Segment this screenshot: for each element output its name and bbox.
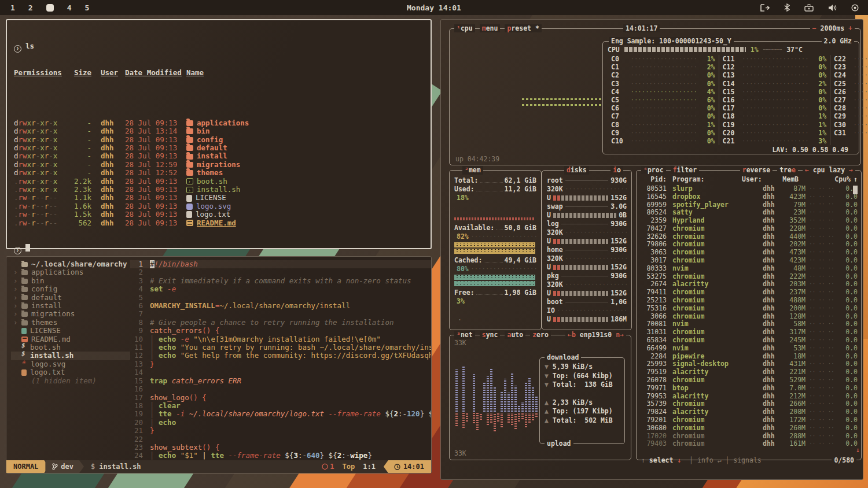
process-row[interactable]: 31031 chromium dhh 317M ·· ·· ·· 0.0 <box>640 328 858 336</box>
process-row[interactable]: 70081 nvim dhh 58M ·· ·· ·· 0.0 <box>640 320 858 328</box>
process-list[interactable]: 80531 slurp dhh 87M ·· ·· ·· 0.0 16545 d… <box>640 184 858 449</box>
tree-item[interactable]: (1 hidden item) <box>11 377 130 385</box>
process-row[interactable]: 17020 chromium dhh 288M ·· ·· ·· 0.0 <box>640 432 858 440</box>
process-row[interactable]: 79806 chromium dhh 202M ·· ·· ·· 0.0 <box>640 241 858 249</box>
tree-button[interactable]: tree <box>777 166 798 174</box>
file-tree: ~/.local/share/omarchy › applications › … <box>6 257 130 460</box>
scroll-down-icon[interactable]: ↓ <box>856 446 860 454</box>
tree-item[interactable]: › migrations <box>11 310 130 318</box>
process-row[interactable]: 79201 chromium dhh 172M ·· ·· ·· 0.0 <box>640 416 858 424</box>
core-row: C18··················1% <box>723 112 827 120</box>
line-number: 15 <box>130 377 150 385</box>
process-row[interactable]: 80524 satty dhh 23M ·· ·· ·· 0.0 <box>640 208 858 216</box>
terminal-window-ls[interactable]: ❯ls Permissions Size User Date Modified … <box>6 19 432 249</box>
process-row[interactable]: 80333 nvim dhh 48M ·· ·· ·· 0.0 <box>640 264 858 272</box>
statusline: NORMAL dev $ install.sh 1 Top 1:1 14:01 <box>6 460 431 473</box>
tab-net[interactable]: ³net <box>454 331 475 339</box>
tab-cpu[interactable]: ¹cpu <box>454 24 475 32</box>
process-row[interactable]: 65834 chromium dhh 245M ·· ·· ·· 0.0 <box>640 336 858 344</box>
chevron-right-icon <box>13 360 18 368</box>
neovim-window[interactable]: ~/.local/share/omarchy › applications › … <box>6 256 432 474</box>
process-row[interactable]: 70427 chromium dhh 228M ·· ·· ·· 0.0 <box>640 224 858 232</box>
tree-item[interactable]: boot.sh <box>11 343 130 352</box>
tree-item[interactable]: › install <box>11 302 130 310</box>
tree-item[interactable]: › applications <box>11 268 130 276</box>
code-line: 3 # Exit immediately if a command exits … <box>130 277 431 285</box>
process-row[interactable]: 2359 Hyprland dhh 352M ·· ·· ·· 0.0 <box>640 216 858 224</box>
preset-button[interactable]: preset * <box>505 24 541 32</box>
process-row[interactable]: 75316 chromium dhh 200M ·· ·· ·· 0.0 <box>640 304 858 312</box>
process-row[interactable]: 79953 alacritty dhh 212M ·· ·· ·· 0.0 <box>640 392 858 400</box>
process-row[interactable]: 79411 chromium dhh 237M ·· ·· ·· 0.0 <box>640 288 858 296</box>
process-row[interactable]: 16545 dropbox dhh 423M ·· ·· ·· 0.0 <box>640 193 858 201</box>
process-row[interactable]: 53275 chromium dhh 222M ·· ·· ·· 0.0 <box>640 272 858 280</box>
prompt-line-empty[interactable]: ❯ <box>14 244 424 254</box>
io-button[interactable]: io <box>610 166 623 175</box>
process-row[interactable]: 35739 chromium dhh 266M ·· ·· ·· 0.0 <box>640 400 858 408</box>
line-number: 5 <box>130 294 150 302</box>
tree-item[interactable]: › default <box>11 294 130 302</box>
btop-window[interactable]: ¹cpu menu preset * 14:01:17 − 2000ms + E… <box>440 19 863 480</box>
process-row[interactable]: 79403 chromium dhh 161M ·· ·· ·· 0.0 <box>640 440 858 448</box>
process-row[interactable]: 66499 nvim dhh 53M ·· ·· ·· 0.0 <box>640 344 858 352</box>
zero-button[interactable]: zero <box>530 331 551 339</box>
reverse-button[interactable]: reverse <box>740 166 773 174</box>
sync-button[interactable]: sync <box>480 331 501 339</box>
tree-item[interactable]: LICENSE <box>11 327 130 335</box>
tree-item[interactable]: › config <box>11 285 130 293</box>
process-row[interactable]: 3017 chromium dhh 423M ·· ·· ·· 0.0 <box>640 256 858 264</box>
sort-column-selector[interactable]: ← cpu lazy → <box>803 166 855 174</box>
process-row[interactable]: 3066 chromium dhh 128M ·· ·· ·· 0.0 <box>640 312 858 320</box>
cpu-total-pct: 1% <box>751 46 759 54</box>
cpu-panel: ¹cpu menu preset * 14:01:17 − 2000ms + E… <box>449 28 861 165</box>
clock-icon <box>394 464 400 470</box>
process-row[interactable]: 80531 slurp dhh 87M ·· ·· ·· 0.0 <box>640 184 858 193</box>
process-row[interactable]: 30680 chromium dhh 260M ·· ·· ·· 0.0 <box>640 424 858 432</box>
tree-item[interactable]: logo.svg <box>11 360 130 368</box>
interface-switcher[interactable]: ←b enp191s0 n→ <box>565 331 626 339</box>
core-row: C11··················0% <box>723 55 827 63</box>
line-number: 23 <box>130 443 150 452</box>
process-scrollbar[interactable] <box>853 186 858 194</box>
ls-file-row: .rwxr-xr-x 2.2k dhh 28 Jul 09:13 boot.sh <box>14 178 424 186</box>
line-number: 1 <box>130 260 150 268</box>
process-row[interactable]: 32626 chromium dhh 440M ·· ·· ·· 0.0 <box>640 232 858 241</box>
chevron-right-icon <box>13 327 18 335</box>
process-row[interactable]: 26078 chromium dhh 529M ·· ·· ·· 0.0 <box>640 376 858 384</box>
tree-item[interactable]: logo.txt <box>11 368 130 376</box>
tab-disks[interactable]: disks <box>564 166 589 175</box>
tab-proc[interactable]: ⁴proc <box>641 166 666 174</box>
mem-used-pct: 18% <box>457 194 469 202</box>
tab-mem[interactable]: ²mem <box>462 166 483 175</box>
process-row[interactable]: 25213 chromium dhh 488M ·· ·· ·· 0.0 <box>640 296 858 304</box>
process-header[interactable]: Pid: Program: User: MemB Cpu% ↑ <box>640 175 858 184</box>
tree-item[interactable]: install.sh <box>11 352 130 360</box>
process-row[interactable]: 2284 pipewire dhh 18M ·· ·· ·· 0.0 <box>640 352 858 360</box>
process-row[interactable]: 79971 btop dhh 7.0M ·· ·· ·· 0.0 <box>640 384 858 392</box>
process-row[interactable]: 69959 spotify_player dhh 79M ·· ·· ·· 0.… <box>640 201 858 209</box>
download-label: download <box>545 353 581 363</box>
tree-item[interactable]: ~/.local/share/omarchy <box>11 260 130 268</box>
auto-button[interactable]: auto <box>505 331 525 339</box>
tree-item[interactable]: README.md <box>11 335 130 343</box>
process-footer-keys[interactable]: ↑ select ↓ │ info ↵ │ signals <box>641 456 762 464</box>
filter-button[interactable]: filter <box>671 166 700 174</box>
tree-item[interactable]: › themes <box>11 319 130 327</box>
code-editor[interactable]: 1 #!/bin/bash 2 3 # Exit immediately if … <box>130 257 431 460</box>
upload-label: upload <box>545 439 573 449</box>
tree-item-icon <box>21 369 27 376</box>
tree-item[interactable]: › bin <box>11 277 130 285</box>
top-bar: 1 2 4 5 Monday 14:01 <box>0 0 868 15</box>
process-row[interactable]: 2674 alacritty dhh 203M ·· ·· ·· 0.0 <box>640 280 858 289</box>
menu-button[interactable]: menu <box>480 24 501 32</box>
process-row[interactable]: 25993 signal-desktop dhh 431M ·· ·· ·· 0… <box>640 360 858 368</box>
prompt-line: ❯ls <box>14 42 424 53</box>
process-row[interactable]: 79519 alacritty dhh 221M ·· ·· ·· 0.0 <box>640 368 858 376</box>
net-info-box: download ▼ 5,39 KiB/s▼ Top: (664 Kibp)▼ … <box>539 357 625 444</box>
process-row[interactable]: 3063 chromium dhh 473M ·· ·· ·· 0.0 <box>640 248 858 256</box>
sort-direction-icon[interactable]: ↑ <box>851 175 858 184</box>
core-row: C28··················0% <box>834 104 868 112</box>
update-interval[interactable]: − 2000ms + <box>810 24 855 32</box>
download-stat: ▼ Top: (664 Kibp) <box>545 372 620 381</box>
process-row[interactable]: 79824 alacritty dhh 208M ·· ·· ·· 0.0 <box>640 408 858 416</box>
